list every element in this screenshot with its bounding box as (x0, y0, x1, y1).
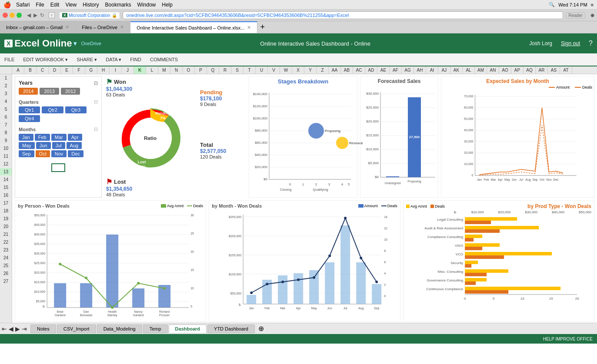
month-sep-btn[interactable]: Sep (19, 150, 34, 157)
col-N[interactable]: N (170, 66, 183, 74)
excel-signout[interactable]: Sign out (561, 40, 580, 46)
col-H[interactable]: H (97, 66, 110, 74)
forward-button[interactable]: ▶ (33, 12, 37, 18)
tab-excel-close[interactable]: ✕ (247, 25, 251, 30)
col-AH[interactable]: AH (414, 66, 426, 74)
tab-dashboard[interactable]: Dashboard (169, 324, 207, 333)
col-M[interactable]: M (158, 66, 170, 74)
month-oct-btn[interactable]: Oct (36, 150, 50, 157)
col-AA[interactable]: AA (329, 66, 341, 74)
menu-window[interactable]: Window (137, 2, 156, 8)
qtr4-btn[interactable]: Qtr4 (19, 115, 40, 122)
year-2012-btn[interactable]: 2012 (61, 88, 80, 95)
col-AN[interactable]: AN (487, 66, 499, 74)
ribbon-data[interactable]: DATA ▾ (106, 57, 121, 63)
col-E[interactable]: E (61, 66, 73, 74)
col-I[interactable]: I (110, 66, 122, 74)
menu-history[interactable]: History (83, 2, 99, 8)
col-P[interactable]: P (195, 66, 207, 74)
tab-temp[interactable]: Temp (143, 324, 168, 333)
tab-gmail-close[interactable]: ✕ (65, 24, 69, 30)
minimize-button[interactable] (10, 13, 15, 18)
month-jan-btn[interactable]: Jan (19, 134, 33, 141)
qtr3-btn[interactable]: Qtr3 (65, 106, 87, 113)
col-AC[interactable]: AC (353, 66, 365, 74)
month-dec-btn[interactable]: Dec (68, 150, 83, 157)
menu-view[interactable]: View (65, 2, 77, 8)
col-A[interactable]: A (12, 66, 24, 74)
tab-ytd-dashboard[interactable]: YTD Dashboard (207, 324, 255, 333)
col-AR[interactable]: AR (536, 66, 548, 74)
tab-next-button[interactable]: ▶ (15, 325, 20, 332)
menu-safari[interactable]: Safari (16, 2, 30, 8)
tab-excel[interactable]: Online Interactive Sales Dashboard – Onl… (130, 21, 257, 33)
ribbon-file[interactable]: FILE (4, 57, 14, 62)
col-AF[interactable]: AF (390, 66, 402, 74)
qtr2-btn[interactable]: Qtr2 (42, 106, 63, 113)
month-feb-btn[interactable]: Feb (35, 134, 50, 141)
col-L[interactable]: L (146, 66, 158, 74)
col-AQ[interactable]: AQ (524, 66, 536, 74)
col-AO[interactable]: AO (499, 66, 511, 74)
close-button[interactable] (3, 13, 8, 18)
col-AK[interactable]: AK (450, 66, 463, 74)
apple-menu[interactable]: 🍎 (3, 1, 11, 8)
quarters-filter-icon[interactable]: ⊡ (94, 99, 98, 105)
new-tab-button[interactable]: + (257, 23, 267, 32)
menu-edit[interactable]: Edit (50, 2, 60, 8)
month-nov-btn[interactable]: Nov (51, 150, 67, 157)
list-icon[interactable]: ≡ (591, 2, 594, 7)
months-filter-icon[interactable]: ⊡ (94, 126, 98, 132)
col-AS[interactable]: AS (548, 66, 560, 74)
col-B[interactable]: B (24, 66, 37, 74)
col-AL[interactable]: AL (463, 66, 475, 74)
month-jun-btn[interactable]: Jun (36, 142, 51, 149)
col-J[interactable]: J (122, 66, 134, 74)
col-Y[interactable]: Y (304, 66, 317, 74)
tab-onedrive-close[interactable]: ✕ (120, 24, 124, 30)
tab-first-button[interactable]: ⇤ (2, 325, 7, 332)
col-D[interactable]: D (49, 66, 61, 74)
back-button[interactable]: ◀ (27, 12, 31, 18)
excel-help[interactable]: ? (589, 40, 593, 47)
col-AT[interactable]: AT (560, 66, 572, 74)
col-C[interactable]: C (37, 66, 49, 74)
col-X[interactable]: X (292, 66, 304, 74)
month-jul-btn[interactable]: Jul (52, 142, 65, 149)
year-2014-btn[interactable]: 2014 (19, 88, 38, 95)
col-W[interactable]: W (280, 66, 292, 74)
col-T[interactable]: T (243, 66, 256, 74)
tab-data-modeling[interactable]: Data_Modeling (97, 324, 142, 333)
share-icon[interactable]: ↑ (49, 12, 55, 18)
ribbon-comments[interactable]: COMMENTS (150, 57, 178, 62)
tab-last-button[interactable]: ⇥ (22, 325, 27, 332)
year-2013-btn[interactable]: 2013 (40, 88, 59, 95)
ribbon-find[interactable]: FIND (130, 57, 141, 62)
month-apr-btn[interactable]: Apr (68, 134, 82, 141)
col-AI[interactable]: AI (426, 66, 438, 74)
col-R[interactable]: R (219, 66, 231, 74)
col-AJ[interactable]: AJ (438, 66, 450, 74)
search-icon[interactable]: 🔍 (549, 2, 555, 7)
qtr1-btn[interactable]: Qtr1 (19, 106, 40, 113)
col-F[interactable]: F (73, 66, 85, 74)
col-Z[interactable]: Z (317, 66, 329, 74)
col-Q[interactable]: Q (207, 66, 219, 74)
menu-help[interactable]: Help (162, 2, 173, 8)
menu-bookmarks[interactable]: Bookmarks (105, 2, 131, 8)
tab-notes[interactable]: Notes (30, 324, 56, 333)
years-filter-icon[interactable]: ⊡ (94, 80, 98, 86)
col-AD[interactable]: AD (365, 66, 377, 74)
menu-file[interactable]: File (36, 2, 44, 8)
col-AB[interactable]: AB (341, 66, 353, 74)
add-sheet-button[interactable]: ⊕ (256, 324, 267, 333)
col-U[interactable]: U (256, 66, 268, 74)
tab-onedrive[interactable]: Files – OneDrive ✕ (76, 21, 130, 33)
tab-prev-button[interactable]: ◀ (9, 325, 13, 332)
col-AG[interactable]: AG (402, 66, 414, 74)
col-AM[interactable]: AM (475, 66, 487, 74)
reader-button[interactable]: Reader (566, 12, 585, 19)
col-V[interactable]: V (268, 66, 280, 74)
ribbon-editworkbook[interactable]: EDIT WORKBOOK ▾ (23, 57, 68, 63)
refresh-button[interactable]: ↻ (40, 12, 44, 18)
